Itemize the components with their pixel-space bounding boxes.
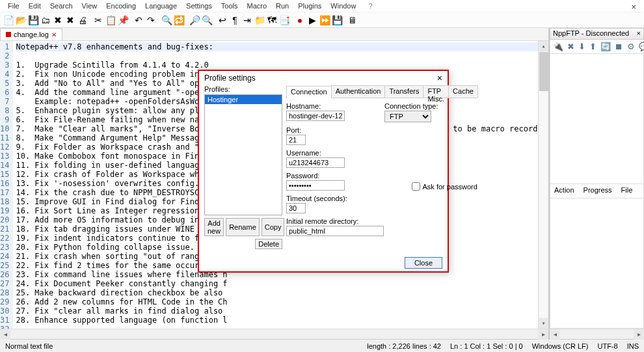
copy-button[interactable]: Copy xyxy=(262,218,285,236)
tab-cache[interactable]: Cache xyxy=(448,85,478,98)
username-input[interactable] xyxy=(286,157,345,168)
indent-guide-icon[interactable]: ⇥ xyxy=(241,14,253,26)
tab-progress[interactable]: Progress xyxy=(582,185,613,196)
menu-macro[interactable]: Macro xyxy=(242,1,271,10)
panel-scrollbar[interactable]: ◂▸ xyxy=(550,329,644,339)
vertical-scrollbar[interactable]: ▴ ▾ xyxy=(538,41,548,329)
disconnect-icon[interactable]: ✖ xyxy=(567,42,574,52)
ftp-tree[interactable] xyxy=(550,54,644,184)
panel-close-icon[interactable]: × xyxy=(637,29,641,38)
status-eol: Windows (CR LF) xyxy=(532,342,589,350)
close-all-icon[interactable]: ✖ xyxy=(64,14,76,26)
menu-run[interactable]: Run xyxy=(271,1,293,10)
menu-bar: File Edit Search View Encoding Language … xyxy=(0,0,644,12)
folder-workspace-icon[interactable]: 📁 xyxy=(254,14,265,26)
paste-icon[interactable]: 📌 xyxy=(117,14,129,26)
messages-icon[interactable]: 💬 xyxy=(639,42,644,52)
download-icon[interactable]: ⬇ xyxy=(578,42,585,52)
conntype-select[interactable]: FTP xyxy=(384,111,431,122)
initdir-input[interactable] xyxy=(286,226,384,236)
refresh-icon[interactable]: 🔄 xyxy=(600,42,611,52)
open-file-icon[interactable]: 📂 xyxy=(15,14,27,26)
port-input[interactable] xyxy=(286,135,306,145)
menu-tools[interactable]: Tools xyxy=(217,1,243,10)
cut-icon[interactable]: ✂ xyxy=(92,14,104,26)
func-list-icon[interactable]: 📑 xyxy=(278,14,290,26)
line-gutter: 1234567891011121314151617181920212223242… xyxy=(0,41,13,329)
profile-item[interactable]: Hostinger xyxy=(205,95,282,104)
menu-search[interactable]: Search xyxy=(46,1,77,10)
unsaved-icon xyxy=(6,32,11,37)
timeout-label: Timeout (seconds): xyxy=(286,195,477,202)
menu-window[interactable]: Window xyxy=(326,1,360,10)
copy-icon[interactable]: 📋 xyxy=(105,14,116,26)
tab-authentication[interactable]: Authentication xyxy=(331,85,386,98)
new-file-icon[interactable]: 📄 xyxy=(3,14,14,26)
horizontal-scrollbar[interactable]: ◂ ▸ xyxy=(0,329,548,339)
menu-view[interactable]: View xyxy=(77,1,102,10)
tab-transfers[interactable]: Transfers xyxy=(384,85,423,98)
zoom-in-icon[interactable]: 🔎 xyxy=(189,14,200,26)
hostname-label: Hostname: xyxy=(286,102,379,110)
scroll-down-icon[interactable]: ▾ xyxy=(539,318,548,329)
rename-button[interactable]: Rename xyxy=(226,218,260,236)
menu-edit[interactable]: Edit xyxy=(24,1,46,10)
password-input[interactable] xyxy=(286,180,345,191)
redo-icon[interactable]: ↷ xyxy=(145,14,157,26)
conntype-label: Connection type: xyxy=(384,102,477,110)
scroll-left-icon[interactable]: ◂ xyxy=(0,329,10,340)
menu-file[interactable]: File xyxy=(3,1,24,10)
app-close-icon[interactable]: × xyxy=(626,1,641,10)
tab-file[interactable]: File xyxy=(620,185,634,196)
zoom-out-icon[interactable]: 🔍 xyxy=(201,14,213,26)
password-label: Password: xyxy=(286,172,407,180)
save-macro-icon[interactable]: 💾 xyxy=(331,14,343,26)
settings-gear-icon[interactable]: ⚙ xyxy=(627,42,635,52)
menu-settings[interactable]: Settings xyxy=(181,1,217,10)
monitor-icon[interactable]: 🖥 xyxy=(347,14,358,26)
run-multi-icon[interactable]: ⏩ xyxy=(319,14,330,26)
dialog-close-icon[interactable]: × xyxy=(437,73,442,83)
editor-tab[interactable]: change.log ✕ xyxy=(0,28,62,40)
abort-icon[interactable]: ⏹ xyxy=(615,42,623,52)
dialog-title: Profile settings xyxy=(204,74,256,83)
tab-ftpmisc[interactable]: FTP Misc. xyxy=(423,85,449,98)
print-icon[interactable]: 🖨 xyxy=(77,14,88,26)
wordwrap-icon[interactable]: ↩ xyxy=(217,14,228,26)
status-encoding: UTF-8 xyxy=(597,342,617,350)
main-toolbar: 📄 📂 💾 🗂 ✖ ✖ 🖨 ✂ 📋 📌 ↶ ↷ 🔍 🔁 🔎 🔍 ↩ ¶ ⇥ 📁 … xyxy=(0,12,644,28)
undo-icon[interactable]: ↶ xyxy=(133,14,144,26)
close-file-icon[interactable]: ✖ xyxy=(52,14,64,26)
timeout-input[interactable] xyxy=(286,203,306,213)
play-macro-icon[interactable]: ▶ xyxy=(306,14,318,26)
find-icon[interactable]: 🔍 xyxy=(161,14,172,26)
record-macro-icon[interactable]: ● xyxy=(294,14,306,26)
panel-title: NppFTP - Disconnected xyxy=(553,29,629,38)
ask-password-checkbox[interactable] xyxy=(412,182,420,191)
menu-language[interactable]: Language xyxy=(141,1,181,10)
doc-map-icon[interactable]: 🗺 xyxy=(266,14,278,26)
save-all-icon[interactable]: 🗂 xyxy=(40,14,51,26)
editor-tabbar: change.log ✕ xyxy=(0,28,548,41)
upload-icon[interactable]: ⬆ xyxy=(589,42,597,52)
showall-icon[interactable]: ¶ xyxy=(229,14,241,26)
close-button[interactable]: Close xyxy=(405,257,442,269)
tab-action[interactable]: Action xyxy=(553,185,576,196)
hostname-input[interactable] xyxy=(286,111,345,121)
status-insert-mode: INS xyxy=(627,342,639,350)
profiles-listbox[interactable]: Hostinger xyxy=(204,94,282,215)
add-new-button[interactable]: Add new xyxy=(204,218,224,236)
tab-connection[interactable]: Connection xyxy=(286,86,332,98)
panel-log[interactable] xyxy=(550,198,644,329)
port-label: Port: xyxy=(286,126,477,134)
replace-icon[interactable]: 🔁 xyxy=(173,14,185,26)
menu-encoding[interactable]: Encoding xyxy=(101,1,141,10)
scroll-up-icon[interactable]: ▴ xyxy=(539,41,548,51)
connect-icon[interactable]: 🔌 xyxy=(553,42,563,52)
menu-plugins[interactable]: Plugins xyxy=(293,1,326,10)
save-icon[interactable]: 💾 xyxy=(27,14,39,26)
menu-help[interactable]: ? xyxy=(364,1,377,10)
scroll-right-icon[interactable]: ▸ xyxy=(538,329,548,340)
delete-button[interactable]: Delete xyxy=(255,239,282,249)
tab-close-icon[interactable]: ✕ xyxy=(51,31,57,38)
